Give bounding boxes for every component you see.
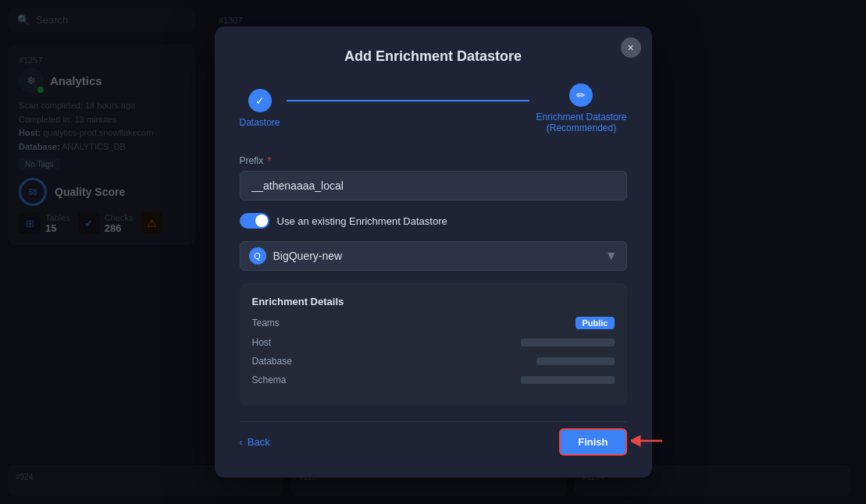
teams-row: Teams Public <box>252 317 615 329</box>
toggle-switch[interactable] <box>240 213 269 229</box>
back-label: Back <box>248 436 270 448</box>
back-button[interactable]: ‹ Back <box>240 436 270 448</box>
toggle-row: Use an existing Enrichment Datastore <box>240 213 627 229</box>
schema-row: Schema <box>252 374 615 385</box>
modal: × Add Enrichment Datastore ✓ Datastore ✏… <box>215 27 652 477</box>
enrichment-details-title: Enrichment Details <box>252 296 615 307</box>
host-row: Host <box>252 337 615 348</box>
finish-button[interactable]: Finish <box>559 428 626 456</box>
arrow-indicator <box>631 433 666 452</box>
host-value-bar <box>521 339 615 346</box>
finish-area: Finish <box>559 428 626 456</box>
step-1: ✓ Datastore <box>240 89 280 128</box>
select-wrapper: Q BigQuery-new ▼ <box>240 241 627 271</box>
database-row: Database <box>252 356 615 367</box>
required-indicator: * <box>268 155 272 166</box>
chevron-left-icon: ‹ <box>240 436 243 448</box>
prefix-input[interactable] <box>240 171 627 201</box>
modal-overlay: × Add Enrichment Datastore ✓ Datastore ✏… <box>0 0 866 504</box>
bigquery-icon: Q <box>249 247 266 264</box>
step-1-label: Datastore <box>240 117 280 128</box>
schema-value-bar <box>521 376 615 384</box>
prefix-label: Prefix * <box>240 155 627 166</box>
toggle-label: Use an existing Enrichment Datastore <box>277 215 447 227</box>
step-2-label: Enrichment Datastore (Recommended) <box>536 112 626 133</box>
enrichment-select[interactable]: BigQuery-new <box>240 241 627 271</box>
public-badge: Public <box>576 317 614 329</box>
database-value-bar <box>536 357 615 365</box>
enrichment-details-box: Enrichment Details Teams Public Host Dat… <box>240 283 627 406</box>
stepper: ✓ Datastore ✏ Enrichment Datastore (Reco… <box>240 83 627 133</box>
step-line <box>287 100 530 101</box>
close-button[interactable]: × <box>621 37 641 58</box>
step-2-circle: ✏ <box>569 83 593 107</box>
finish-label: Finish <box>578 436 608 448</box>
host-key: Host <box>252 337 272 348</box>
teams-key: Teams <box>252 318 280 328</box>
step-2: ✏ Enrichment Datastore (Recommended) <box>536 83 626 133</box>
schema-key: Schema <box>252 374 287 385</box>
modal-title: Add Enrichment Datastore <box>240 48 627 65</box>
step-1-circle: ✓ <box>248 89 272 112</box>
modal-footer: ‹ Back Finish <box>240 421 627 456</box>
database-key: Database <box>252 356 292 367</box>
